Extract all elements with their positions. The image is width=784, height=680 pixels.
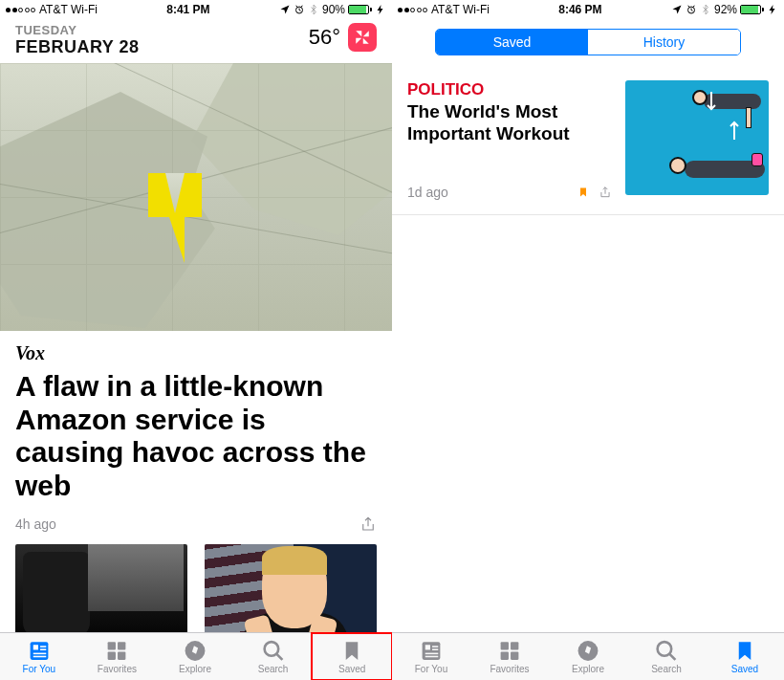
share-icon[interactable] bbox=[359, 514, 377, 535]
signal-dots-icon bbox=[398, 8, 427, 12]
carrier-label: AT&T Wi-Fi bbox=[39, 3, 98, 16]
article-thumbnail bbox=[625, 80, 769, 195]
segment-history[interactable]: History bbox=[588, 30, 740, 55]
tabbar: For You Favorites Explore Search Saved bbox=[0, 632, 392, 680]
news-header: TUESDAY FEBRUARY 28 56° bbox=[0, 19, 392, 63]
article-source: Vox bbox=[0, 331, 392, 368]
tab-label: Saved bbox=[731, 664, 758, 674]
svg-rect-2 bbox=[33, 645, 38, 649]
location-icon bbox=[671, 4, 683, 15]
tab-favorites[interactable]: Favorites bbox=[78, 633, 157, 680]
tab-label: For You bbox=[23, 664, 55, 674]
statusbar-time: 8:46 PM bbox=[558, 3, 601, 16]
svg-rect-10 bbox=[118, 652, 125, 660]
article-source: POLITICO bbox=[407, 80, 612, 99]
tab-search[interactable]: Search bbox=[627, 633, 706, 680]
favorites-icon bbox=[104, 639, 129, 663]
svg-rect-15 bbox=[425, 645, 430, 649]
segmented-control: Saved History bbox=[435, 29, 741, 55]
tab-label: For You bbox=[415, 664, 447, 674]
svg-point-25 bbox=[658, 642, 672, 656]
search-icon bbox=[654, 639, 679, 663]
header-temperature: 56° bbox=[309, 25, 340, 50]
battery-percent: 92% bbox=[714, 3, 737, 16]
favorites-icon bbox=[497, 639, 522, 663]
explore-icon bbox=[576, 639, 600, 663]
tab-for-you[interactable]: For You bbox=[392, 633, 470, 680]
segment-saved[interactable]: Saved bbox=[436, 30, 588, 55]
tab-favorites[interactable]: Favorites bbox=[470, 633, 549, 680]
header-dayofweek: TUESDAY bbox=[15, 23, 140, 37]
tab-label: Search bbox=[651, 664, 682, 674]
share-icon[interactable] bbox=[599, 184, 612, 201]
svg-rect-21 bbox=[511, 642, 518, 649]
svg-rect-23 bbox=[511, 652, 518, 660]
svg-rect-6 bbox=[33, 656, 47, 658]
tab-saved[interactable]: Saved bbox=[706, 633, 784, 680]
screen-news-saved: AT&T Wi-Fi 8:46 PM 92% Saved History POL… bbox=[392, 0, 784, 680]
apple-news-icon[interactable] bbox=[348, 23, 377, 52]
svg-rect-4 bbox=[40, 648, 46, 650]
tab-search[interactable]: Search bbox=[234, 633, 313, 680]
svg-rect-3 bbox=[40, 646, 46, 647]
bookmark-icon bbox=[732, 639, 757, 663]
bookmark-filled-icon[interactable] bbox=[577, 185, 589, 200]
explore-icon bbox=[183, 639, 207, 663]
article-time: 4h ago bbox=[15, 516, 56, 532]
bookmark-icon bbox=[339, 639, 364, 663]
svg-rect-20 bbox=[501, 642, 509, 649]
battery-icon bbox=[740, 5, 764, 14]
tabbar: For You Favorites Explore Search Saved bbox=[392, 632, 784, 680]
svg-rect-19 bbox=[425, 656, 439, 658]
battery-icon bbox=[348, 5, 372, 14]
bluetooth-icon bbox=[700, 4, 711, 15]
alarm-icon bbox=[294, 4, 305, 15]
tab-for-you[interactable]: For You bbox=[0, 633, 78, 680]
foryou-icon bbox=[419, 639, 444, 663]
screen-news-foryou: AT&T Wi-Fi 8:41 PM 90% TUESDAY FEBRUARY … bbox=[0, 0, 392, 680]
location-icon bbox=[279, 4, 291, 15]
tab-label: Search bbox=[258, 664, 289, 674]
svg-rect-22 bbox=[501, 652, 509, 660]
hero-image bbox=[0, 63, 392, 331]
alarm-icon bbox=[686, 4, 697, 15]
svg-rect-18 bbox=[425, 653, 439, 655]
svg-rect-5 bbox=[33, 653, 47, 655]
tab-label: Favorites bbox=[490, 664, 529, 674]
tab-explore[interactable]: Explore bbox=[549, 633, 627, 680]
statusbar-time: 8:41 PM bbox=[166, 3, 209, 16]
svg-rect-16 bbox=[432, 646, 438, 647]
statusbar: AT&T Wi-Fi 8:41 PM 90% bbox=[0, 0, 392, 19]
svg-rect-17 bbox=[432, 648, 438, 650]
tab-label: Favorites bbox=[98, 664, 137, 674]
header-date: FEBRUARY 28 bbox=[15, 37, 140, 57]
article-title: The World's Most Important Workout bbox=[407, 101, 612, 145]
hero-article[interactable]: Vox A flaw in a little-known Amazon serv… bbox=[0, 63, 392, 544]
svg-rect-9 bbox=[108, 652, 116, 660]
statusbar: AT&T Wi-Fi 8:46 PM 92% bbox=[392, 0, 784, 19]
svg-rect-8 bbox=[118, 642, 125, 649]
foryou-icon bbox=[27, 639, 52, 663]
battery-percent: 90% bbox=[322, 3, 345, 16]
search-icon bbox=[261, 639, 286, 663]
charging-icon bbox=[767, 4, 778, 15]
article-time: 1d ago bbox=[407, 185, 448, 200]
tab-label: Explore bbox=[572, 664, 604, 674]
tab-label: Explore bbox=[179, 664, 211, 674]
carrier-label: AT&T Wi-Fi bbox=[431, 3, 490, 16]
tab-label: Saved bbox=[338, 664, 365, 674]
signal-dots-icon bbox=[6, 8, 35, 12]
tab-explore[interactable]: Explore bbox=[156, 633, 234, 680]
article-headline: A flaw in a little-known Amazon service … bbox=[0, 368, 392, 510]
tab-saved[interactable]: Saved bbox=[311, 632, 392, 680]
bluetooth-icon bbox=[308, 4, 319, 15]
vox-logo-icon bbox=[148, 173, 215, 264]
saved-article-row[interactable]: POLITICO The World's Most Important Work… bbox=[392, 67, 784, 215]
charging-icon bbox=[375, 4, 386, 15]
svg-point-12 bbox=[264, 642, 278, 656]
svg-rect-7 bbox=[108, 642, 116, 649]
